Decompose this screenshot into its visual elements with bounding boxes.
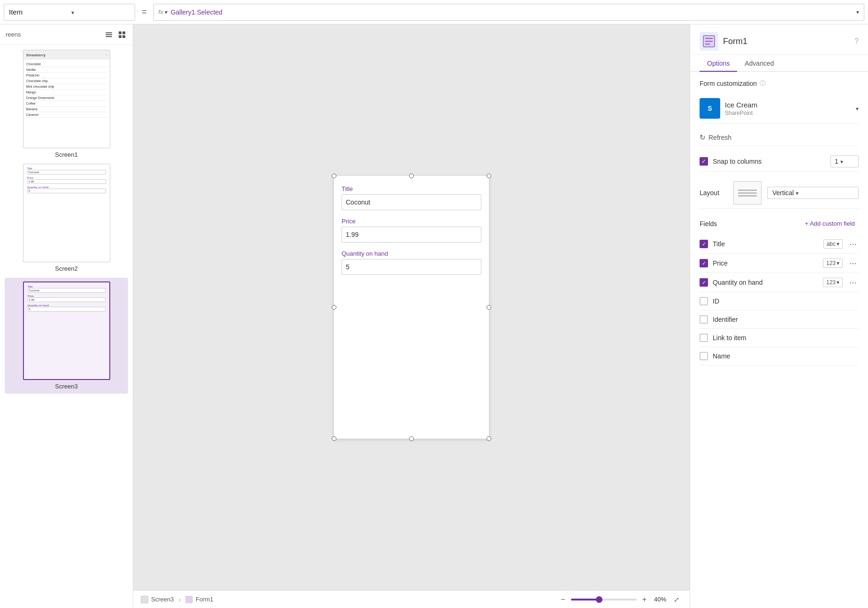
datasource-row: S Ice Cream SharePoint xyxy=(700,93,859,124)
handle-bottom-center[interactable] xyxy=(409,436,414,441)
handle-top-center[interactable] xyxy=(409,174,414,178)
expand-icon[interactable]: ⤢ xyxy=(671,595,682,604)
snap-to-columns-label: Snap to columns xyxy=(713,158,826,165)
handle-bottom-left[interactable] xyxy=(332,436,336,441)
breadcrumb-form1[interactable]: Form1 xyxy=(185,596,213,603)
svg-text:S: S xyxy=(708,105,712,112)
form-field-title-label: Title xyxy=(342,185,481,192)
formula-bar: fx Gallery1.Selected ▾ xyxy=(153,4,864,21)
fields-header: Fields + Add custom field xyxy=(700,214,859,233)
main-layout: reens xyxy=(0,24,868,608)
snap-value: 1 xyxy=(835,158,838,165)
tab-advanced[interactable]: Advanced xyxy=(737,55,781,72)
handle-top-right[interactable] xyxy=(487,174,491,178)
form-field-quantity-input[interactable] xyxy=(342,259,481,275)
field-quantity-name: Quantity on hand xyxy=(713,279,818,286)
snap-dropdown-chevron-icon xyxy=(840,158,843,165)
grid-view-icon[interactable] xyxy=(117,30,127,40)
screen1-thumbnail: Strawberry › Chocolate Vanilla Pistachio… xyxy=(23,50,110,148)
form-field-price-input[interactable] xyxy=(342,227,481,243)
canvas-statusbar: Screen3 › Form1 − + 40% ⤢ xyxy=(133,590,690,608)
item-selector-chevron-icon xyxy=(71,8,130,16)
field-row-name: Name xyxy=(700,347,859,365)
zoom-slider[interactable] xyxy=(571,599,637,600)
item-selector-label: Item xyxy=(9,8,68,16)
snap-to-columns-checkbox[interactable]: ✓ xyxy=(700,157,708,166)
field-title-more-button[interactable]: ⋯ xyxy=(847,240,859,249)
breadcrumb-screen3[interactable]: Screen3 xyxy=(141,596,174,603)
snap-value-dropdown[interactable]: 1 xyxy=(830,155,859,167)
field-title-checkbox[interactable]: ✓ xyxy=(700,240,708,248)
zoom-in-button[interactable]: + xyxy=(640,594,649,605)
handle-middle-right[interactable] xyxy=(487,305,491,310)
field-price-type[interactable]: 123 xyxy=(823,258,843,268)
form-field-quantity-label: Quantity on hand xyxy=(342,250,481,257)
layout-value: Vertical xyxy=(772,189,794,197)
field-price-more-button[interactable]: ⋯ xyxy=(847,259,859,268)
refresh-icon: ↻ xyxy=(700,133,706,142)
layout-value-dropdown[interactable]: Vertical xyxy=(767,187,859,199)
list-view-icon[interactable] xyxy=(104,30,114,40)
item-selector-dropdown[interactable]: Item xyxy=(4,4,135,21)
handle-middle-left[interactable] xyxy=(332,305,336,310)
field-row-price: ✓ Price 123 ⋯ xyxy=(700,254,859,273)
datasource-info: S Ice Cream SharePoint xyxy=(700,98,757,119)
field-link-to-item-checkbox[interactable] xyxy=(700,334,708,342)
sidebar-item-screen2[interactable]: Title Coconut Price 1.99 Quantity on han… xyxy=(5,164,128,272)
right-panel-tabs: Options Advanced xyxy=(690,55,868,72)
field-row-id: ID xyxy=(700,292,859,311)
form-field-title-input[interactable] xyxy=(342,194,481,210)
form-field-price: Price xyxy=(342,218,481,243)
form1-icon xyxy=(700,32,718,51)
form-customization-title: Form customization ⓘ xyxy=(700,79,859,88)
field-title-name: Title xyxy=(713,240,819,248)
field-quantity-more-button[interactable]: ⋯ xyxy=(847,278,859,287)
field-row-link-to-item: Link to item xyxy=(700,329,859,347)
form-small-icon xyxy=(185,596,193,603)
field-title-type[interactable]: abc xyxy=(823,239,843,249)
form-content: Title Price Quantity on hand xyxy=(334,176,489,292)
refresh-row[interactable]: ↻ Refresh xyxy=(700,129,859,146)
right-panel-help-icon[interactable]: ? xyxy=(854,37,859,46)
refresh-label: Refresh xyxy=(708,134,731,141)
panel-header: reens xyxy=(0,24,133,45)
formula-expand-icon[interactable]: ▾ xyxy=(856,9,859,15)
zoom-slider-thumb[interactable] xyxy=(596,596,602,603)
add-custom-field-button[interactable]: + Add custom field xyxy=(801,218,859,229)
sidebar-item-screen1[interactable]: Strawberry › Chocolate Vanilla Pistachio… xyxy=(5,50,128,158)
layout-preview-icon xyxy=(733,181,761,205)
field-quantity-type[interactable]: 123 xyxy=(823,278,843,287)
zoom-slider-fill xyxy=(571,599,597,600)
field-name-checkbox[interactable] xyxy=(700,352,708,360)
zoom-out-button[interactable]: − xyxy=(558,594,568,605)
panel-title: reens xyxy=(6,31,21,38)
equals-sign: = xyxy=(139,7,150,17)
canvas-area: Title Price Quantity on hand xyxy=(133,24,690,590)
datasource-chevron-icon[interactable] xyxy=(856,104,859,113)
screen-small-icon xyxy=(141,596,148,603)
field-quantity-type-chevron-icon xyxy=(837,279,839,286)
tab-options[interactable]: Options xyxy=(700,55,737,72)
handle-bottom-right[interactable] xyxy=(487,436,491,441)
handle-top-left[interactable] xyxy=(332,174,336,178)
field-name-name: Name xyxy=(713,352,859,360)
form-widget[interactable]: Title Price Quantity on hand xyxy=(334,176,489,439)
layout-label: Layout xyxy=(700,189,728,197)
field-id-checkbox[interactable] xyxy=(700,297,708,305)
left-panel: reens xyxy=(0,24,133,608)
screen1-label: Screen1 xyxy=(55,151,77,158)
screen3-label: Screen3 xyxy=(55,383,77,390)
field-identifier-checkbox[interactable] xyxy=(700,315,708,324)
screens-list: Strawberry › Chocolate Vanilla Pistachio… xyxy=(0,45,133,398)
field-link-to-item-name: Link to item xyxy=(713,334,859,342)
sharepoint-svg-icon: S xyxy=(703,102,716,115)
field-row-quantity-on-hand: ✓ Quantity on hand 123 ⋯ xyxy=(700,273,859,292)
right-panel-body: Form customization ⓘ S Ice Cream SharePo… xyxy=(690,72,868,373)
field-quantity-checkbox[interactable]: ✓ xyxy=(700,278,708,287)
screen3-thumbnail: Title Coconut Price 1.99 Quantity on han… xyxy=(23,281,110,380)
form-customization-help-icon[interactable]: ⓘ xyxy=(760,79,766,88)
sharepoint-icon: S xyxy=(700,98,720,119)
formula-chevron-icon[interactable] xyxy=(164,8,167,15)
field-price-checkbox[interactable]: ✓ xyxy=(700,259,708,267)
sidebar-item-screen3[interactable]: Title Coconut Price 1.99 Quantity on han… xyxy=(5,278,128,394)
